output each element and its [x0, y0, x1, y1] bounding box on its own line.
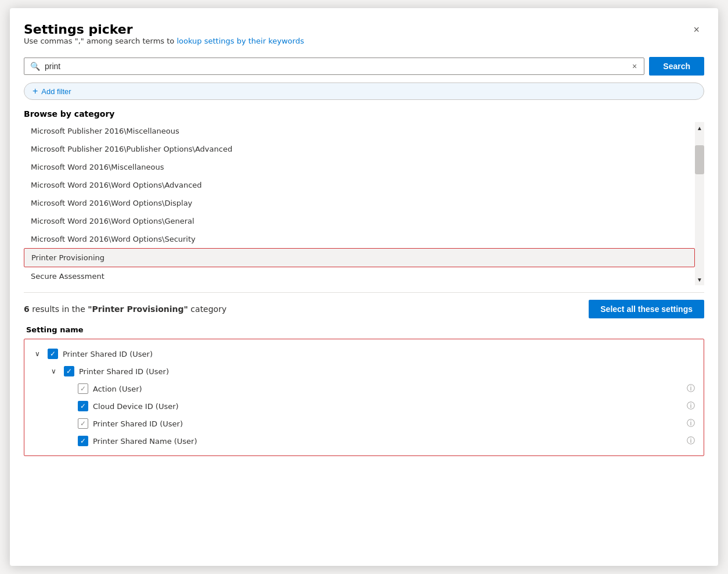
expand-button-1[interactable]: ∨ [48, 367, 59, 375]
setting-label-action: Action (User) [93, 385, 680, 393]
dialog-header: Settings picker Use commas "," among sea… [24, 22, 704, 55]
clear-search-button[interactable]: × [631, 62, 638, 71]
checkbox-cloud[interactable] [78, 401, 88, 411]
info-icon-printer-shared-id[interactable]: ⓘ [685, 418, 697, 429]
results-summary: 6 results in the "Printer Provisioning" … [24, 304, 226, 314]
checkbox-1[interactable] [64, 366, 74, 376]
category-list-container: Microsoft Publisher 2016\Miscellaneous M… [24, 122, 695, 285]
setting-label-1: Printer Shared ID (User) [79, 367, 697, 376]
subtitle-text: Use commas "," among search terms to loo… [24, 37, 304, 45]
info-icon-action[interactable]: ⓘ [685, 383, 697, 394]
setting-row-printer-shared-name: Printer Shared Name (User) ⓘ [71, 432, 704, 450]
info-icon-cloud[interactable]: ⓘ [685, 401, 697, 411]
setting-label-cloud: Cloud Device ID (User) [93, 402, 680, 411]
category-item[interactable]: Microsoft Publisher 2016\Miscellaneous [24, 122, 695, 140]
category-section: Microsoft Publisher 2016\Miscellaneous M… [24, 122, 704, 285]
setting-row-level1: ∨ Printer Shared ID (User) [41, 363, 704, 380]
close-button[interactable]: × [689, 22, 704, 37]
search-row: 🔍 × Search [24, 57, 704, 76]
subtitle-link[interactable]: lookup settings by their keywords [176, 37, 304, 45]
results-header: 6 results in the "Printer Provisioning" … [24, 300, 704, 318]
setting-label-printer-shared-name: Printer Shared Name (User) [93, 437, 680, 446]
scroll-track [695, 134, 704, 274]
category-list: Microsoft Publisher 2016\Miscellaneous M… [24, 122, 695, 285]
scroll-down-button[interactable]: ▼ [695, 274, 704, 285]
category-item[interactable]: Microsoft Word 2016\Word Options\Advance… [24, 176, 695, 194]
scroll-thumb [695, 145, 704, 174]
checkbox-printer-shared-id[interactable] [78, 418, 88, 429]
checkbox-printer-shared-name[interactable] [78, 436, 88, 446]
info-icon-printer-shared-name[interactable]: ⓘ [685, 436, 697, 446]
scroll-arrows: ▲ ▼ [695, 122, 704, 285]
setting-row-printer-shared-id: Printer Shared ID (User) ⓘ [71, 415, 704, 432]
setting-row-level0: ∨ Printer Shared ID (User) [24, 345, 704, 363]
title-text: Settings picker [24, 22, 304, 37]
add-filter-label: Add filter [41, 87, 71, 96]
add-filter-button[interactable]: + Add filter [24, 82, 704, 100]
search-input-wrap: 🔍 × [24, 58, 644, 75]
search-input[interactable] [45, 62, 626, 71]
divider [24, 292, 704, 293]
browse-by-category-label: Browse by category [24, 109, 704, 119]
search-icon: 🔍 [30, 62, 40, 71]
setting-row-cloud: Cloud Device ID (User) ⓘ [71, 397, 704, 415]
category-item-printer-provisioning[interactable]: Printer Provisioning [24, 248, 695, 267]
setting-name-column-label: Setting name [24, 325, 704, 334]
add-filter-icon: + [33, 86, 38, 96]
category-item[interactable]: Microsoft Publisher 2016\Publisher Optio… [24, 140, 695, 158]
category-item[interactable]: Microsoft Word 2016\Word Options\Display [24, 194, 695, 212]
checkbox-action[interactable] [78, 383, 88, 394]
setting-label-printer-shared-id: Printer Shared ID (User) [93, 419, 680, 428]
category-item[interactable]: Microsoft Word 2016\Miscellaneous [24, 158, 695, 176]
settings-list-container: ∨ Printer Shared ID (User) ∨ Printer Sha… [24, 339, 704, 456]
dialog-title: Settings picker Use commas "," among sea… [24, 22, 304, 55]
setting-label-0: Printer Shared ID (User) [63, 350, 697, 358]
category-item[interactable]: Microsoft Word 2016\Word Options\General [24, 212, 695, 230]
expand-button-0[interactable]: ∨ [31, 350, 43, 358]
settings-picker-dialog: Settings picker Use commas "," among sea… [10, 8, 718, 566]
category-item[interactable]: Secure Assessment [24, 267, 695, 285]
category-item[interactable]: Microsoft Word 2016\Word Options\Securit… [24, 230, 695, 248]
setting-row-action: Action (User) ⓘ [71, 380, 704, 397]
checkbox-0[interactable] [48, 349, 58, 359]
scroll-up-button[interactable]: ▲ [695, 122, 704, 134]
search-button[interactable]: Search [649, 57, 704, 76]
select-all-button[interactable]: Select all these settings [589, 300, 704, 318]
